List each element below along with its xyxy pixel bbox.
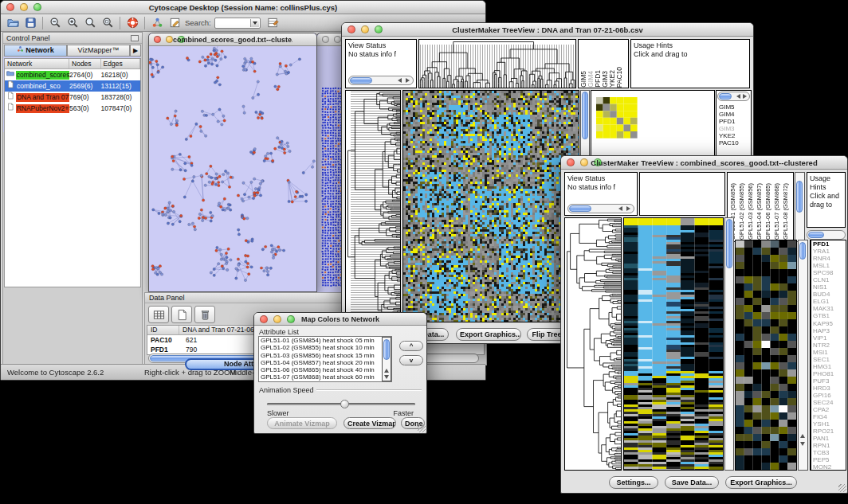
gene-label: GTB1: [813, 312, 846, 319]
row-labels-scrollbar[interactable]: [717, 92, 750, 101]
annotation-icon[interactable]: [167, 16, 183, 30]
treeview2-titlebar[interactable]: ClusterMaker TreeView : combined_scores_…: [561, 156, 847, 170]
usage-hints-scrollbar[interactable]: [807, 230, 846, 240]
network-window-1[interactable]: combined_scores_good.txt--cluste...: [148, 33, 317, 292]
main-titlebar[interactable]: Cytoscape Desktop (Session Name: collins…: [1, 1, 485, 14]
search-dropdown-arrow[interactable]: [250, 19, 259, 27]
export-graphics-button[interactable]: Export Graphics...: [725, 476, 797, 489]
gene-label: MSL1: [813, 262, 846, 269]
attribute-list-item[interactable]: GPL51-02 (GSM855) heat shock 10 min: [259, 344, 391, 351]
tab-network[interactable]: Network: [4, 45, 67, 57]
dialog-titlebar[interactable]: Map Colors to Network: [254, 313, 426, 326]
attribute-list-scrollbar[interactable]: [382, 337, 391, 381]
zoom-heatmap-panel[interactable]: [735, 240, 797, 471]
column-dendrogram-panel[interactable]: [639, 172, 725, 216]
search-input[interactable]: [214, 18, 261, 29]
tab-vizmapper[interactable]: VizMapper™: [67, 45, 130, 57]
minimize-icon[interactable]: [166, 36, 173, 43]
column-dendrogram-panel[interactable]: [418, 39, 576, 88]
file-icon: [6, 92, 14, 103]
network-list-row[interactable]: combined_scores2764(0)16218(0): [5, 69, 140, 80]
gene-label: YRA1: [813, 248, 846, 255]
heatmap-panel[interactable]: [402, 90, 579, 322]
network-tab-icon: [17, 46, 24, 54]
minimize-icon[interactable]: [334, 36, 341, 43]
attribute-list-item[interactable]: GPL51-01 (GSM854) heat shock 05 min: [259, 337, 391, 344]
attribute-list-label: Attribute List: [259, 328, 299, 336]
zoom-out-icon[interactable]: [47, 16, 63, 30]
toolbar-separator: [144, 17, 145, 29]
gene-label: NIS1: [813, 283, 846, 291]
open-folder-icon[interactable]: [5, 16, 21, 30]
view-status-scrollbar[interactable]: [567, 204, 634, 213]
network-list-row[interactable]: combined_sco2569(6)13112(15): [5, 80, 140, 92]
treeview1-titlebar[interactable]: ClusterMaker TreeView : DNA and Tran 07-…: [342, 23, 753, 37]
attribute-table-icon[interactable]: [148, 306, 169, 323]
column-label: GPL51-02 (GSM855): [738, 183, 747, 240]
export-graphics-button[interactable]: Export Graphics...: [456, 328, 521, 341]
gene-labels-panel: PFD1YRA1RNR4MSL1SPC98CLN1NIS1BUD4ELG1MAK…: [810, 240, 846, 471]
close-icon[interactable]: [322, 36, 329, 43]
gene-label: GPI16: [813, 392, 846, 399]
float-panel-icon[interactable]: [131, 35, 139, 41]
report-icon[interactable]: [265, 16, 281, 30]
network-list: Network Nodes Edges combined_scores2764(…: [4, 58, 141, 287]
column-label: GPL51-08 (GSM872): [782, 183, 791, 240]
network-icon[interactable]: [149, 16, 165, 30]
slider-thumb[interactable]: [340, 400, 349, 408]
heatmap-vscrollbar[interactable]: [724, 217, 734, 471]
attribute-list[interactable]: GPL51-01 (GSM854) heat shock 05 minGPL51…: [258, 336, 392, 382]
resize-grip[interactable]: [418, 424, 426, 432]
network-list-row[interactable]: RNAPuberNov2+I563(0)107847(0): [5, 103, 140, 114]
move-up-button[interactable]: ^: [399, 341, 423, 351]
gene-label: CLN1: [813, 276, 846, 283]
heatmap-panel[interactable]: [623, 217, 724, 471]
save-data-button[interactable]: Save Data...: [665, 476, 719, 489]
gene-label: ELG1: [813, 298, 846, 305]
network-list-row[interactable]: DNA and Tran 07769(0)183728(0): [5, 92, 140, 103]
close-icon[interactable]: [347, 25, 355, 33]
close-icon[interactable]: [154, 36, 161, 43]
zoom-actual-icon[interactable]: [82, 16, 98, 30]
gene-label: PFD1: [813, 240, 846, 248]
row-label: PAC10: [719, 139, 739, 147]
row-dendrogram-panel[interactable]: [345, 90, 401, 322]
close-icon[interactable]: [260, 315, 268, 323]
gene-label: TCB3: [813, 449, 846, 456]
zoom-vscrollbar[interactable]: [798, 240, 808, 471]
tab-overflow-button[interactable]: ▶: [130, 45, 141, 57]
zoom-fit-icon[interactable]: [100, 16, 116, 30]
row-dendrogram-panel[interactable]: [564, 217, 622, 471]
treeview2-window: ClusterMaker TreeView : combined_scores_…: [560, 155, 848, 494]
view-status-label: View Status: [348, 41, 414, 50]
delete-attribute-icon[interactable]: [194, 306, 215, 323]
create-vizmap-button[interactable]: Create Vizmap: [344, 417, 396, 429]
network-window-1-titlebar[interactable]: combined_scores_good.txt--cluste...: [149, 33, 316, 46]
resize-grip[interactable]: [838, 484, 846, 492]
new-attribute-icon[interactable]: [171, 306, 192, 323]
column-labels-scrollbar[interactable]: [795, 172, 805, 242]
attribute-list-item[interactable]: GPL51-06 (GSM865) heat shock 40 min: [259, 366, 391, 373]
view-status-scrollbar[interactable]: [348, 76, 414, 85]
gene-label: SEC24: [813, 399, 846, 406]
save-icon[interactable]: [22, 16, 38, 30]
help-ring-icon[interactable]: [124, 16, 140, 30]
gene-label: BUD4: [813, 291, 846, 298]
attribute-list-item[interactable]: GPL51-04 (GSM857) heat shock 20 min: [259, 359, 391, 366]
animation-speed-slider[interactable]: [267, 403, 415, 405]
network-table-header[interactable]: Network Nodes Edges: [5, 59, 140, 69]
treeview2-title: ClusterMaker TreeView : combined_scores_…: [585, 158, 823, 167]
move-down-button[interactable]: v: [399, 355, 423, 365]
close-icon[interactable]: [6, 3, 14, 11]
attribute-list-item[interactable]: GPL51-03 (GSM856) heat shock 15 min: [259, 352, 391, 359]
zoom-in-icon[interactable]: [65, 16, 80, 30]
network-canvas-1[interactable]: [149, 46, 316, 291]
column-label: GPL51-07 (GSM868): [773, 183, 782, 240]
animate-vizmap-button[interactable]: Animate Vizmap: [267, 417, 337, 429]
row-label: GIM3: [719, 125, 739, 132]
search-label: Search:: [185, 18, 211, 27]
close-icon[interactable]: [567, 158, 575, 166]
gene-label: HAP3: [813, 327, 846, 334]
attribute-list-item[interactable]: GPL51-07 (GSM868) heat shock 60 min: [259, 373, 391, 381]
settings-button[interactable]: Settings...: [609, 476, 658, 489]
